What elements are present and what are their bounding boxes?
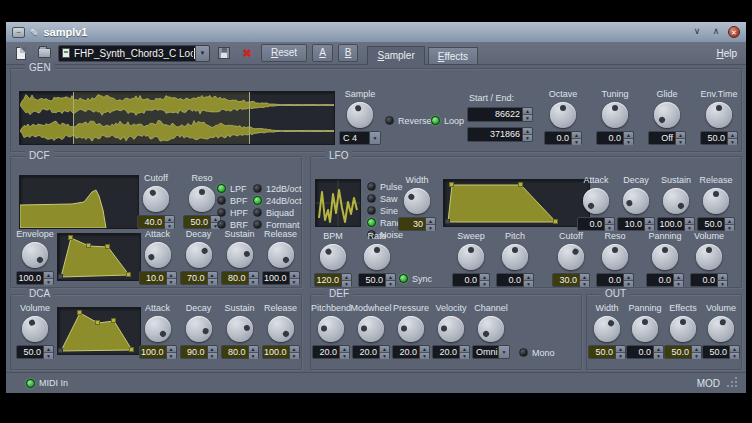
envelope-node[interactable] — [58, 274, 63, 279]
cutoff-knob[interactable] — [558, 244, 584, 270]
24db-oct-radio[interactable]: 24dB/oct — [253, 195, 302, 206]
pressure-spinbox[interactable]: 20.0▲▼ — [392, 345, 430, 359]
release-spinbox[interactable]: 50.0▲▼ — [697, 217, 735, 231]
volume-spinbox[interactable]: 50.0▲▼ — [702, 345, 740, 359]
rate-spinbox[interactable]: 50.0▲▼ — [358, 273, 396, 287]
hpf-radio[interactable]: HPF — [217, 207, 248, 218]
spin-down-button[interactable]: ▼ — [728, 139, 737, 145]
decay-knob[interactable] — [186, 316, 212, 342]
dcf-envelope-display[interactable] — [57, 233, 141, 281]
modwheel-knob[interactable] — [358, 316, 384, 342]
rate-knob[interactable] — [364, 244, 390, 270]
sustain-knob[interactable] — [227, 316, 253, 342]
spin-down-button[interactable]: ▼ — [44, 353, 53, 359]
width-spinbox[interactable]: 30▲▼ — [398, 217, 436, 231]
spin-up-button[interactable]: ▲ — [165, 216, 174, 223]
minimize-button[interactable]: ∨ — [690, 25, 704, 39]
attack-spinbox[interactable]: 10.0▲▼ — [139, 271, 177, 285]
spin-up-button[interactable]: ▲ — [167, 272, 176, 279]
spin-up-button[interactable]: ▲ — [340, 346, 349, 353]
lfo-wave-display[interactable] — [315, 179, 361, 227]
spin-up-button[interactable]: ▲ — [460, 346, 469, 353]
spin-up-button[interactable]: ▲ — [605, 218, 614, 225]
spin-up-button[interactable]: ▲ — [624, 274, 633, 281]
cutoff-knob[interactable] — [143, 186, 169, 212]
envelope-node[interactable] — [68, 235, 73, 240]
sample-waveform-display[interactable] — [19, 91, 335, 145]
attack-knob[interactable] — [145, 316, 171, 342]
pitchbend-knob[interactable] — [318, 316, 344, 342]
envelope-node[interactable] — [58, 348, 63, 353]
spin-up-button[interactable]: ▲ — [386, 274, 395, 281]
pitchbend-spinbox[interactable]: 20.0▲▼ — [312, 345, 350, 359]
preset-dropdown-arrow-icon[interactable]: ▼ — [195, 46, 209, 61]
envelope-node[interactable] — [129, 347, 134, 352]
close-button[interactable]: ✕ — [728, 26, 740, 38]
compare-b-button[interactable]: B — [338, 44, 359, 62]
pitch-spinbox[interactable]: 0.0▲▼ — [496, 273, 534, 287]
sustain-knob[interactable] — [663, 188, 689, 214]
envelope-node[interactable] — [111, 318, 116, 323]
spin-up-button[interactable]: ▲ — [342, 274, 351, 281]
volume-knob[interactable] — [22, 316, 48, 342]
lpf-radio[interactable]: LPF — [217, 183, 248, 194]
12db-oct-radio[interactable]: 12dB/oct — [253, 183, 302, 194]
envelope-node[interactable] — [77, 310, 82, 315]
spin-up-button[interactable]: ▲ — [685, 218, 694, 225]
spin-up-button[interactable]: ▲ — [290, 272, 299, 279]
spin-down-button[interactable]: ▼ — [572, 139, 581, 145]
reso-knob[interactable] — [189, 186, 215, 212]
bpm-spinbox[interactable]: 120.0▲▼ — [314, 273, 352, 287]
envelope-node[interactable] — [553, 219, 558, 224]
attack-spinbox[interactable]: 100.0▲▼ — [139, 345, 177, 359]
glide-spinbox[interactable]: Off▲▼ — [648, 131, 686, 145]
spin-down-button[interactable]: ▼ — [167, 279, 176, 285]
envelope-node[interactable] — [86, 243, 91, 248]
spin-up-button[interactable]: ▲ — [426, 218, 435, 225]
spin-down-button[interactable]: ▼ — [616, 353, 625, 359]
titlebar[interactable]: ~ ✎ samplv1 ∨ ∧ ✕ — [6, 22, 746, 42]
open-preset-button[interactable] — [35, 45, 53, 62]
lfo-envelope-display[interactable] — [443, 179, 590, 227]
effects-knob[interactable] — [670, 316, 696, 342]
cutoff-spinbox[interactable]: 40.0▲▼ — [137, 215, 175, 229]
reso-spinbox[interactable]: 50.0▲▼ — [183, 215, 221, 229]
channel-knob[interactable] — [478, 316, 504, 342]
spin-down-button[interactable]: ▼ — [208, 353, 217, 359]
spin-down-button[interactable]: ▼ — [249, 279, 258, 285]
envelope-node[interactable] — [518, 182, 523, 187]
tab-effects[interactable]: Effects — [428, 47, 478, 65]
sustain-spinbox[interactable]: 80.0▲▼ — [221, 271, 259, 285]
decay-spinbox[interactable]: 10.0▲▼ — [617, 217, 655, 231]
spin-up-button[interactable]: ▲ — [730, 346, 739, 353]
spin-down-button[interactable]: ▼ — [718, 281, 727, 287]
reverse-radio[interactable]: Reverse — [385, 115, 432, 126]
spin-up-button[interactable]: ▲ — [167, 346, 176, 353]
spin-down-button[interactable]: ▼ — [290, 279, 299, 285]
loop-start-spinbox[interactable]: 86622 ▲▼ — [467, 107, 533, 122]
spin-down-button[interactable]: ▼ — [674, 281, 683, 287]
spin-down-button[interactable]: ▼ — [676, 139, 685, 145]
sustain-spinbox[interactable]: 100.0▲▼ — [657, 217, 695, 231]
spin-down-button[interactable]: ▼ — [580, 281, 589, 287]
attack-spinbox[interactable]: 0.0▲▼ — [577, 217, 615, 231]
loop-region[interactable] — [73, 92, 250, 144]
spin-up-button[interactable]: ▲ — [290, 346, 299, 353]
spin-up-button[interactable]: ▲ — [44, 346, 53, 353]
spin-down-button[interactable]: ▼ — [624, 281, 633, 287]
spin-down-button[interactable]: ▼ — [208, 279, 217, 285]
decay-spinbox[interactable]: 90.0▲▼ — [180, 345, 218, 359]
sweep-spinbox[interactable]: 0.0▲▼ — [452, 273, 490, 287]
panning-spinbox[interactable]: 0.0▲▼ — [646, 273, 684, 287]
mono-radio[interactable]: Mono — [519, 347, 555, 358]
spin-up-button[interactable]: ▲ — [692, 346, 701, 353]
velocity-knob[interactable] — [438, 316, 464, 342]
sample-knob[interactable] — [347, 102, 373, 128]
spin-up-button[interactable]: ▲ — [616, 346, 625, 353]
modwheel-spinbox[interactable]: 20.0▲▼ — [352, 345, 390, 359]
spin-down-button[interactable]: ▼ — [460, 353, 469, 359]
reset-button[interactable]: Reset — [261, 44, 307, 62]
pressure-knob[interactable] — [398, 316, 424, 342]
spin-down-button[interactable]: ▼ — [420, 353, 429, 359]
spin-down-button[interactable]: ▼ — [524, 281, 533, 287]
